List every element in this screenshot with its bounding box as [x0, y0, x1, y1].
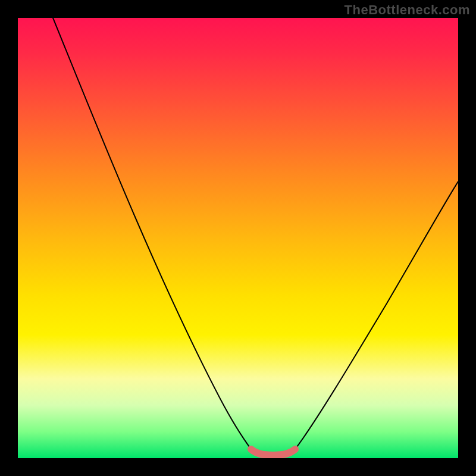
curve-left-branch — [53, 18, 251, 449]
curve-right-branch — [295, 181, 458, 449]
curve-trough-highlight — [251, 449, 295, 455]
plot-area — [18, 18, 458, 458]
watermark-text: TheBottleneck.com — [345, 2, 470, 18]
chart-frame: TheBottleneck.com — [0, 0, 476, 476]
curve-layer — [18, 18, 458, 458]
